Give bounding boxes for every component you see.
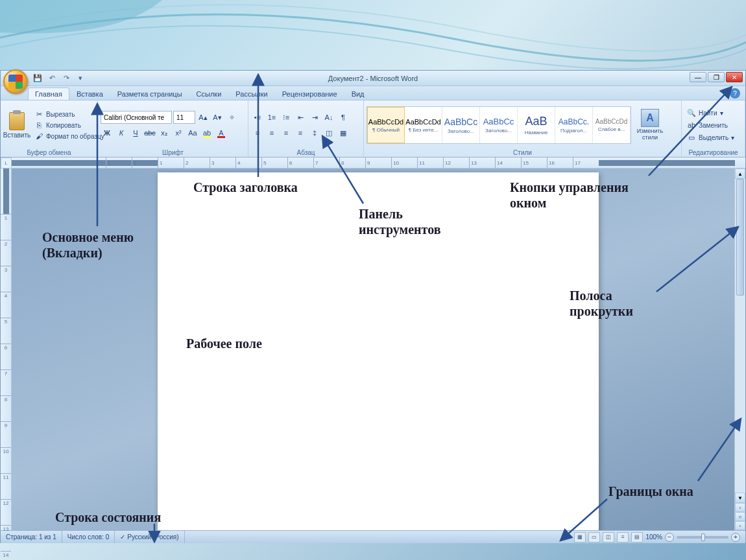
replace-button[interactable]: abЗаменить [684,119,737,131]
align-right-button[interactable]: ≡ [280,126,293,139]
view-web-button[interactable]: ◫ [603,532,614,542]
redo-button[interactable]: ↷ [60,73,72,84]
status-language[interactable]: ✓Русский (Россия) [115,531,184,543]
tab-references[interactable]: Ссылки [189,88,229,100]
zoom-slider[interactable] [677,536,728,539]
find-button[interactable]: 🔍Найти ▾ [684,107,737,119]
increase-indent-button[interactable]: ⇥ [308,111,321,124]
document-area: 1234567891011121314 ▲ ▼ ◦ ○ ◦ [1,169,745,530]
maximize-button[interactable]: ❐ [708,72,725,82]
page[interactable] [158,172,599,530]
status-page[interactable]: Страница: 1 из 1 [1,531,62,543]
group-label-clipboard: Буфер обмена [3,148,95,157]
scroll-thumb[interactable] [736,179,744,296]
zoom-slider-thumb[interactable] [701,533,705,541]
ribbon: Вставить ✂Вырезать ⎘Копировать 🖌Формат п… [1,100,745,158]
decrease-indent-button[interactable]: ⇤ [294,111,307,124]
subscript-button[interactable]: x₂ [158,126,171,139]
paste-button[interactable]: Вставить [3,104,30,146]
save-button[interactable]: 💾 [32,73,43,84]
ruler-corner[interactable]: L [1,158,12,169]
italic-button[interactable]: К [115,126,128,139]
change-case-button[interactable]: Aa [186,126,199,139]
zoom-in-button[interactable]: + [731,533,740,542]
font-size-combo[interactable]: 11 [173,111,195,124]
numbering-button[interactable]: 1≡ [265,111,278,124]
style-item[interactable]: AaBbCcЗаголово... [480,107,518,143]
zoom-out-button[interactable]: − [665,533,674,542]
find-label: Найти [699,110,717,117]
font-color-button[interactable]: A [215,126,228,139]
styles-gallery[interactable]: AaBbCcDd¶ ОбычныйAaBbCcDd¶ Без инте...Aa… [367,106,631,144]
style-item[interactable]: AaBbCcЗаголово... [442,107,480,143]
bullets-button[interactable]: •≡ [251,111,264,124]
zoom-value[interactable]: 100% [645,533,662,541]
qat-dropdown[interactable]: ▾ [75,73,86,84]
font-name-combo[interactable]: Calibri (Основной те [101,111,172,124]
highlight-button[interactable]: ab [200,126,213,139]
find-icon: 🔍 [687,108,696,117]
office-button[interactable] [3,69,28,94]
view-print-layout-button[interactable]: ▦ [574,532,586,542]
copy-button[interactable]: ⎘Копировать [32,120,107,130]
cut-label: Вырезать [46,111,75,118]
help-button[interactable]: ? [730,88,740,99]
document-viewport[interactable] [12,169,734,530]
scissors-icon: ✂ [34,110,43,119]
select-button[interactable]: ▭Выделить ▾ [684,132,737,143]
style-item[interactable]: АаВНазвание [518,107,555,143]
vertical-scrollbar[interactable]: ▲ ▼ ◦ ○ ◦ [734,169,745,530]
style-item[interactable]: AaBbCc.Подзагол... [555,107,593,143]
clear-format-button[interactable]: ✧ [225,111,238,124]
ribbon-tabs: Главная Вставка Разметка страницы Ссылки… [1,86,745,100]
vertical-ruler[interactable]: 1234567891011121314 [1,169,12,530]
undo-button[interactable]: ↶ [46,73,58,84]
tab-mailings[interactable]: Рассылки [228,88,274,100]
tab-view[interactable]: Вид [344,88,372,100]
view-draft-button[interactable]: ▤ [631,532,643,542]
superscript-button[interactable]: x² [172,126,185,139]
style-item[interactable]: AaBbCcDdСлабое в... [593,107,631,143]
change-styles-button[interactable]: A Изменить стили [635,106,665,144]
scroll-down-button[interactable]: ▼ [735,493,745,503]
sort-button[interactable]: A↓ [322,111,335,124]
close-button[interactable]: ✕ [726,72,743,82]
style-item[interactable]: AaBbCcDd¶ Без инте... [405,107,442,143]
next-page-button[interactable]: ◦ [735,521,745,530]
spell-icon: ✓ [120,533,125,541]
grow-font-button[interactable]: A▴ [197,111,210,124]
horizontal-ruler[interactable]: L 121234567891011121314151617 [1,158,745,169]
tab-insert[interactable]: Вставка [69,88,110,100]
view-full-screen-button[interactable]: ▭ [588,532,600,542]
shading-button[interactable]: ◫ [322,126,335,139]
format-painter-button[interactable]: 🖌Формат по образцу [32,131,107,141]
prev-page-button[interactable]: ◦ [735,503,745,512]
tab-home[interactable]: Главная [28,88,69,100]
group-editing: 🔍Найти ▾ abЗаменить ▭Выделить ▾ Редактир… [682,100,745,157]
minimize-button[interactable]: — [690,72,706,82]
justify-button[interactable]: ≡ [294,126,307,139]
style-item[interactable]: AaBbCcDd¶ Обычный [367,107,405,143]
window-controls: — ❐ ✕ [690,72,743,82]
show-marks-button[interactable]: ¶ [337,111,350,124]
group-clipboard: Вставить ✂Вырезать ⎘Копировать 🖌Формат п… [1,100,98,157]
shrink-font-button[interactable]: A▾ [211,111,224,124]
align-left-button[interactable]: ≡ [251,126,264,139]
strike-button[interactable]: abc [143,126,156,139]
align-center-button[interactable]: ≡ [265,126,278,139]
cut-button[interactable]: ✂Вырезать [32,109,107,119]
title-bar: 💾 ↶ ↷ ▾ Документ2 - Microsoft Word — ❐ ✕ [1,71,745,86]
browse-object-button[interactable]: ○ [735,512,745,521]
view-outline-button[interactable]: ≡ [617,532,629,542]
status-words[interactable]: Число слов: 0 [62,531,115,543]
bold-button[interactable]: Ж [101,126,114,139]
borders-button[interactable]: ▦ [337,126,350,139]
tab-review[interactable]: Рецензирование [275,88,344,100]
multilevel-button[interactable]: ⁝≡ [280,111,293,124]
scroll-up-button[interactable]: ▲ [735,169,745,179]
tab-page-layout[interactable]: Разметка страницы [110,88,189,100]
replace-icon: ab [687,121,696,130]
group-label-paragraph: Абзац [251,148,361,157]
underline-button[interactable]: Ч [129,126,142,139]
line-spacing-button[interactable]: ‡ [308,126,321,139]
